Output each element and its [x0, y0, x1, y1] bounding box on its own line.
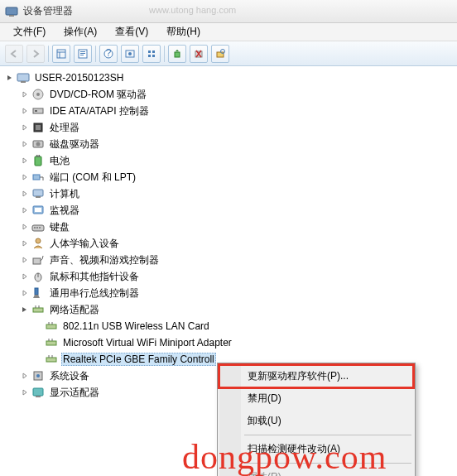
- svg-rect-23: [33, 108, 43, 113]
- menu-properties[interactable]: 属性(R): [219, 466, 413, 476]
- tree-root[interactable]: USER-20150123SH: [0, 70, 457, 86]
- svg-rect-29: [35, 156, 41, 166]
- window-title: 设备管理器: [23, 4, 73, 18]
- menu-separator: [244, 463, 411, 464]
- svg-rect-15: [175, 52, 180, 57]
- expand-icon[interactable]: [20, 156, 30, 166]
- expand-icon[interactable]: [20, 222, 30, 232]
- svg-point-22: [36, 93, 40, 96]
- tree-category[interactable]: 网络适配器: [0, 301, 457, 318]
- expand-icon[interactable]: [20, 272, 30, 281]
- device-view-button[interactable]: [142, 45, 161, 63]
- svg-text:?: ?: [106, 49, 112, 59]
- svg-rect-40: [39, 227, 41, 228]
- collapse-icon[interactable]: [5, 73, 15, 83]
- expand-icon[interactable]: [20, 89, 30, 99]
- tree-label: 端口 (COM 和 LPT): [48, 170, 137, 185]
- svg-rect-14: [152, 55, 155, 57]
- category-icon: [31, 220, 45, 233]
- category-icon: [31, 270, 45, 283]
- svg-rect-0: [6, 7, 17, 15]
- svg-rect-51: [33, 388, 43, 396]
- svg-rect-19: [17, 74, 29, 81]
- svg-rect-20: [21, 81, 26, 83]
- expand-icon[interactable]: [20, 106, 30, 116]
- properties-button[interactable]: [74, 45, 92, 63]
- tree-category[interactable]: 声音、视频和游戏控制器: [0, 252, 457, 268]
- svg-rect-52: [36, 396, 41, 397]
- svg-point-50: [36, 374, 40, 377]
- tree-category[interactable]: 鼠标和其他指针设备: [0, 268, 457, 285]
- tree-label: 磁盘驱动器: [48, 137, 101, 152]
- expand-icon[interactable]: [20, 139, 30, 149]
- menu-action[interactable]: 操作(A): [55, 23, 105, 41]
- svg-rect-5: [80, 53, 85, 54]
- tree-label: 鼠标和其他指针设备: [48, 269, 141, 285]
- tree-category[interactable]: 电池: [0, 152, 457, 169]
- expand-icon[interactable]: [20, 172, 30, 182]
- tree-category[interactable]: 通用串行总线控制器: [0, 285, 457, 301]
- tree-category[interactable]: 键盘: [0, 219, 457, 235]
- svg-rect-26: [36, 125, 41, 130]
- tree-device[interactable]: Microsoft Virtual WiFi Miniport Adapter: [0, 334, 457, 351]
- menu-scan-hardware[interactable]: 扫描检测硬件改动(A): [219, 438, 413, 460]
- tree-category[interactable]: 端口 (COM 和 LPT): [0, 169, 457, 185]
- expand-icon[interactable]: [20, 123, 30, 132]
- tree-device[interactable]: 802.11n USB Wireless LAN Card: [0, 318, 457, 334]
- expand-icon[interactable]: [20, 371, 30, 381]
- tree-label: IDE ATA/ATAPI 控制器: [48, 103, 151, 119]
- svg-rect-24: [35, 110, 37, 112]
- tree-category[interactable]: DVD/CD-ROM 驱动器: [0, 86, 457, 103]
- tree-label: USER-20150123SH: [33, 71, 125, 84]
- help-button[interactable]: ?: [99, 45, 118, 63]
- tree-category[interactable]: 磁盘驱动器: [0, 136, 457, 152]
- tree-category[interactable]: 监视器: [0, 202, 457, 219]
- menu-update-driver[interactable]: 更新驱动程序软件(P)...: [219, 365, 413, 387]
- menu-uninstall[interactable]: 卸载(U): [219, 410, 413, 432]
- category-icon: [31, 171, 45, 184]
- tree-view-button[interactable]: [52, 45, 70, 63]
- category-icon: [31, 121, 45, 134]
- svg-rect-32: [33, 175, 40, 180]
- expand-icon[interactable]: [20, 255, 30, 265]
- menubar: 文件(F) 操作(A) 查看(V) 帮助(H): [0, 23, 457, 41]
- scan-hardware-button[interactable]: [211, 45, 229, 63]
- menu-disable[interactable]: 禁用(D): [219, 387, 413, 410]
- expand-icon[interactable]: [20, 205, 30, 215]
- tree-category[interactable]: 人体学输入设备: [0, 235, 457, 252]
- category-icon: [31, 369, 45, 382]
- expand-icon[interactable]: [20, 387, 30, 397]
- update-driver-button[interactable]: [168, 45, 186, 63]
- collapse-icon[interactable]: [20, 305, 30, 315]
- svg-point-41: [36, 238, 41, 243]
- svg-rect-47: [46, 341, 56, 345]
- svg-rect-6: [80, 55, 84, 55]
- expand-icon[interactable]: [20, 189, 30, 199]
- tree-category[interactable]: IDE ATA/ATAPI 控制器: [0, 103, 457, 119]
- menu-view[interactable]: 查看(V): [107, 23, 156, 41]
- tree-label: 系统设备: [48, 368, 91, 384]
- tree-label: 网络适配器: [48, 302, 101, 318]
- expand-icon[interactable]: [20, 238, 30, 248]
- svg-rect-1: [9, 15, 14, 17]
- show-hidden-button[interactable]: [121, 45, 139, 63]
- expand-icon[interactable]: [20, 288, 30, 298]
- toolbar: ?: [0, 41, 457, 66]
- tree-label: 显示适配器: [48, 385, 101, 401]
- network-adapter-icon: [45, 353, 58, 366]
- separator: [164, 46, 165, 62]
- back-button: [5, 45, 23, 63]
- network-adapter-icon: [45, 320, 58, 333]
- menu-help[interactable]: 帮助(H): [158, 23, 209, 41]
- separator: [95, 46, 96, 62]
- category-icon: [31, 137, 45, 151]
- tree-category[interactable]: 计算机: [0, 185, 457, 202]
- menu-file[interactable]: 文件(F): [5, 23, 54, 41]
- svg-rect-39: [36, 227, 38, 228]
- uninstall-button[interactable]: [190, 45, 208, 63]
- svg-rect-38: [34, 227, 36, 228]
- svg-rect-36: [35, 208, 41, 212]
- tree-category[interactable]: 处理器: [0, 119, 457, 136]
- network-adapter-icon: [45, 336, 58, 349]
- tree-label: 人体学输入设备: [48, 236, 121, 252]
